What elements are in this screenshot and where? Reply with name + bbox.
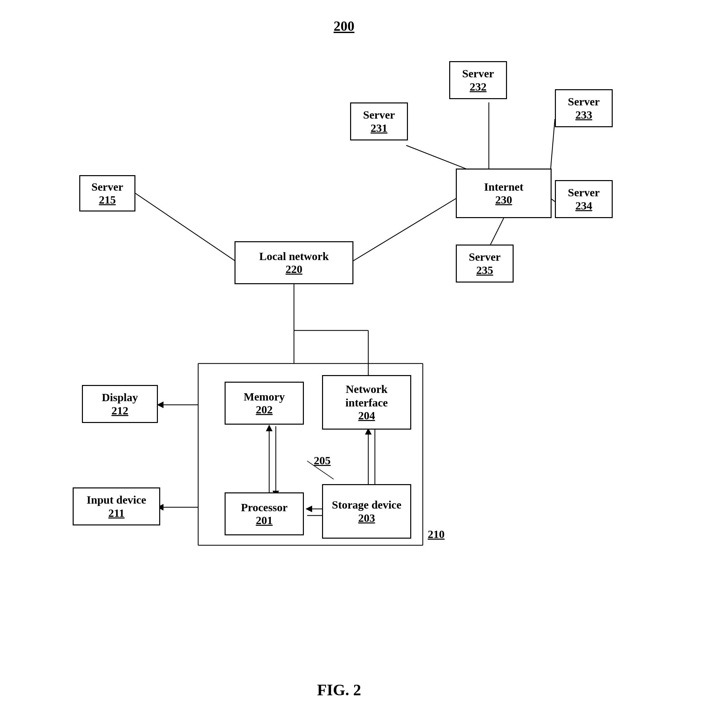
network-interface-num: 204 — [359, 410, 375, 422]
network-interface-label: Network interface — [328, 383, 406, 410]
server-232-num: 232 — [470, 81, 487, 93]
server-233-num: 233 — [575, 109, 592, 121]
server-233-box: Server 233 — [555, 89, 613, 127]
figure-number: 200 — [334, 18, 354, 34]
server-235-label: Server — [469, 251, 501, 264]
input-device-211-box: Input device 211 — [73, 488, 160, 525]
server-234-num: 234 — [575, 200, 592, 212]
processor-num: 201 — [256, 514, 273, 527]
server-215-box: Server 215 — [79, 175, 136, 211]
server-235-num: 235 — [476, 264, 493, 277]
server-232-box: Server 232 — [449, 61, 507, 99]
display-num: 212 — [111, 404, 128, 417]
memory-label: Memory — [244, 390, 285, 404]
storage-device-label: Storage device — [332, 498, 401, 512]
svg-marker-9 — [266, 425, 273, 431]
internet-230-box: Internet 230 — [456, 168, 552, 218]
bus-205-label: 205 — [314, 454, 331, 467]
server-234-box: Server 234 — [555, 180, 613, 218]
network-interface-204-box: Network interface 204 — [322, 375, 411, 430]
local-network-label: Local network — [259, 250, 329, 263]
local-network-220-box: Local network 220 — [235, 241, 353, 284]
internet-num: 230 — [495, 194, 512, 206]
input-device-label: Input device — [87, 493, 146, 507]
server-231-label: Server — [363, 109, 395, 122]
input-device-num: 211 — [108, 507, 125, 520]
server-234-label: Server — [568, 186, 600, 200]
storage-device-203-box: Storage device 203 — [322, 484, 411, 538]
server-215-num: 215 — [99, 194, 116, 206]
memory-num: 202 — [256, 404, 273, 416]
diagram: 200 Server 215 Local network 220 Interne… — [0, 0, 725, 728]
processor-201-box: Processor 201 — [224, 492, 304, 535]
local-network-num: 220 — [286, 263, 302, 275]
server-235-box: Server 235 — [456, 245, 514, 283]
svg-marker-22 — [157, 402, 163, 408]
server-233-label: Server — [568, 95, 600, 109]
svg-marker-19 — [305, 506, 312, 512]
display-212-box: Display 212 — [82, 385, 158, 423]
internet-label: Internet — [484, 180, 524, 194]
storage-device-num: 203 — [359, 512, 375, 525]
fig-caption: FIG. 2 — [317, 681, 361, 699]
server-231-box: Server 231 — [350, 102, 408, 141]
server-215-label: Server — [92, 180, 123, 194]
processor-label: Processor — [241, 501, 288, 514]
svg-line-0 — [136, 193, 238, 263]
memory-202-box: Memory 202 — [224, 382, 304, 425]
svg-line-1 — [350, 197, 459, 263]
display-label: Display — [102, 391, 138, 404]
device-210-label: 210 — [428, 528, 444, 541]
server-231-num: 231 — [371, 122, 388, 135]
server-232-label: Server — [462, 67, 494, 81]
